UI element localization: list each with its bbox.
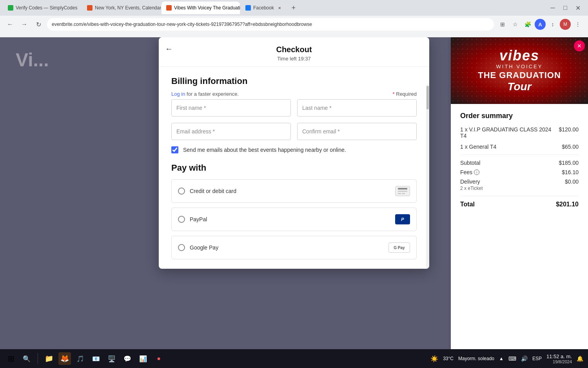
scrollbar-track[interactable] — [426, 84, 429, 269]
order-subtotal-row: Subtotal $185.00 — [460, 160, 579, 166]
close-sidebar-button[interactable]: ✕ — [574, 40, 585, 51]
extensions-icon[interactable]: 🧩 — [522, 19, 533, 30]
order-item-general-label: 1 x General T4 — [460, 144, 562, 150]
taskbar-files[interactable]: 📁 — [43, 352, 55, 365]
required-label: * Required — [393, 91, 417, 97]
confirm-email-field — [297, 123, 417, 140]
taskbar-app3[interactable]: 🖥️ — [105, 352, 118, 365]
taskbar-right: ☀️ 33°C Mayorm. soleado ▲ ⌨ 🔊 ESP 11:52 … — [430, 353, 583, 364]
forward-nav-button[interactable]: → — [19, 19, 30, 30]
order-summary: Order summary 1 x V.I.P GRADUATING CLASS… — [451, 104, 588, 219]
tab-vibes[interactable]: Vibes With Voicey The Graduati... ✕ — [162, 2, 240, 14]
start-button[interactable]: ⊞ — [5, 352, 17, 365]
login-link[interactable]: Log in — [171, 91, 185, 97]
email-opt-in-label: Send me emails about the best events hap… — [183, 147, 346, 153]
taskbar-weather-desc: Mayorm. soleado — [458, 356, 494, 361]
tab-verify[interactable]: Verify Codes — SimplyCodes ✕ — [3, 2, 82, 14]
billing-title: Billing information — [171, 76, 417, 86]
taskbar-app4[interactable]: 💬 — [121, 352, 134, 365]
new-tab-button[interactable]: + — [288, 2, 299, 13]
credit-card-icon — [395, 186, 410, 196]
email-input[interactable] — [171, 123, 291, 140]
taskbar-volume-icon[interactable]: 🔊 — [521, 355, 528, 362]
radio-paypal — [178, 216, 185, 223]
taskbar-date-display: 19/8/2024 — [546, 359, 572, 364]
tab-newyork[interactable]: New York, NY Events, Calendar... ✕ — [82, 2, 161, 14]
tab-favicon-vibes — [166, 5, 172, 11]
taskbar-language: ESP — [532, 356, 542, 361]
taskbar: ⊞ 🔍 📁 🦊 🎵 📧 🖥️ 💬 📊 ● ☀️ 33°C Mayorm. sol… — [0, 349, 588, 368]
taskbar-weather-icon: ☀️ — [430, 355, 438, 363]
order-item-general: 1 x General T4 $65.00 — [460, 144, 579, 150]
taskbar-keyboard-icon: ⌨ — [508, 355, 516, 362]
payment-option-card[interactable]: Credit or debit card — [171, 179, 417, 203]
checkout-body: Billing information Log in for a faster … — [159, 67, 429, 269]
order-item-vip-label: 1 x V.I.P GRADUATING CLASS 2024 T4 — [460, 126, 559, 139]
payment-label-gpay: Google Pay — [190, 244, 218, 251]
fees-info-icon[interactable]: i — [474, 169, 479, 175]
last-name-input[interactable] — [297, 99, 417, 117]
event-graduation-text: THE GRADUATION — [478, 70, 561, 80]
order-total-row: Total $201.10 — [460, 201, 579, 208]
sync-icon[interactable]: ↕ — [547, 19, 558, 30]
profile-icon[interactable]: A — [535, 19, 546, 30]
taskbar-app6[interactable]: ● — [152, 352, 165, 365]
first-name-input[interactable] — [171, 99, 291, 117]
back-nav-button[interactable]: ← — [5, 19, 16, 30]
url-input[interactable] — [52, 22, 489, 27]
maximize-button[interactable]: □ — [560, 2, 571, 13]
taskbar-weather-temp: 33°C — [443, 356, 454, 361]
payment-option-gpay[interactable]: Google Pay G Pay — [171, 236, 417, 259]
event-vibes-text: vibes — [478, 49, 561, 63]
payment-options: Credit or debit card — [171, 179, 417, 259]
taskbar-app2[interactable]: 📧 — [90, 352, 102, 365]
tab-facebook[interactable]: Facebook ✕ — [241, 2, 287, 14]
user-avatar[interactable]: M — [560, 19, 571, 30]
minimize-button[interactable]: ─ — [547, 2, 558, 13]
tab-label-vibes: Vibes With Voicey The Graduati... — [174, 5, 240, 11]
email-opt-in-checkbox[interactable] — [171, 146, 178, 153]
close-window-button[interactable]: ✕ — [572, 2, 583, 13]
order-fees-row: Fees i $16.10 — [460, 169, 579, 175]
subtotal-label: Subtotal — [460, 160, 480, 166]
name-row — [171, 99, 417, 117]
tab-favicon-newyork — [87, 5, 93, 11]
back-button[interactable]: ← — [165, 44, 173, 53]
taskbar-notification-icon[interactable]: 🔔 — [577, 355, 583, 362]
translate-icon[interactable]: ⊞ — [497, 19, 508, 30]
taskbar-chevron-up[interactable]: ▲ — [499, 356, 504, 361]
browser-chrome: Verify Codes — SimplyCodes ✕ New York, N… — [0, 0, 588, 37]
taskbar-time-display: 11:52 a. m. — [546, 353, 572, 359]
confirm-email-input[interactable] — [297, 123, 417, 140]
tab-bar: Verify Codes — SimplyCodes ✕ New York, N… — [0, 0, 588, 16]
bookmark-icon[interactable]: ☆ — [510, 19, 521, 30]
total-value: $201.10 — [556, 201, 579, 208]
menu-icon[interactable]: ⋮ — [572, 19, 583, 30]
search-taskbar-icon[interactable]: 🔍 — [20, 352, 33, 365]
taskbar-browser[interactable]: 🦊 — [58, 352, 71, 365]
order-item-vip-price: $120.00 — [559, 126, 579, 133]
radio-gpay — [178, 244, 185, 251]
order-summary-title: Order summary — [460, 112, 579, 120]
delivery-label: Delivery — [460, 179, 480, 185]
checkout-timer: Time left 19:37 — [168, 56, 420, 62]
taskbar-app1[interactable]: 🎵 — [74, 352, 87, 365]
card-icon — [395, 186, 410, 196]
tab-label-newyork: New York, NY Events, Calendar... — [95, 5, 161, 11]
modal-overlay: ← Checkout Time left 19:37 Billing infor… — [0, 37, 588, 349]
tab-label-facebook: Facebook — [253, 5, 274, 11]
billing-section: Billing information Log in for a faster … — [171, 76, 417, 153]
last-name-field — [297, 99, 417, 117]
payment-option-left-card: Credit or debit card — [178, 188, 236, 195]
pay-with-section: Pay with Credit or debit card — [171, 163, 417, 259]
tab-close-facebook[interactable]: ✕ — [276, 5, 283, 11]
address-bar[interactable] — [47, 18, 494, 31]
payment-option-paypal[interactable]: PayPal P — [171, 208, 417, 231]
payment-option-left-paypal: PayPal — [178, 216, 207, 223]
tab-close-verify[interactable]: ✕ — [80, 5, 82, 11]
reload-button[interactable]: ↻ — [33, 19, 44, 30]
subtotal-value: $185.00 — [559, 160, 579, 166]
taskbar-app5[interactable]: 📊 — [137, 352, 149, 365]
fees-label-row: Fees i — [460, 169, 479, 175]
scrollbar-thumb[interactable] — [426, 86, 429, 109]
